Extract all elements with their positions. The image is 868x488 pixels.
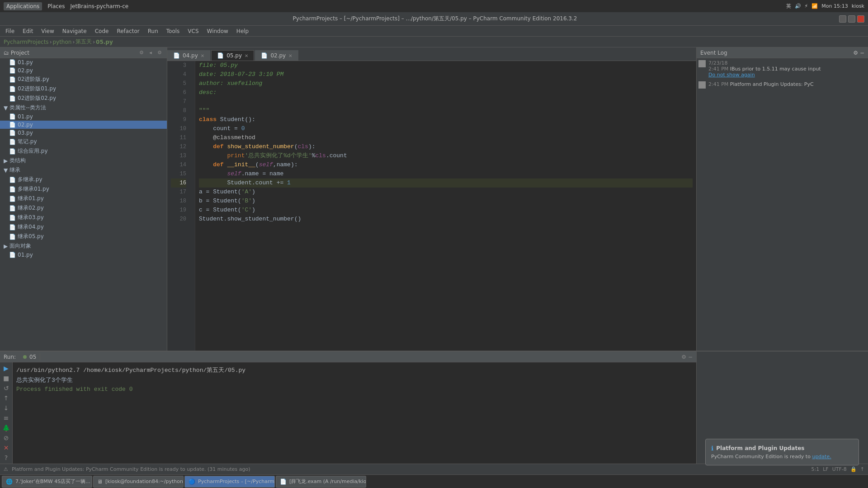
close-button[interactable] xyxy=(857,15,864,23)
tree-file-jicheng04[interactable]: 📄 继承04.py xyxy=(0,222,167,232)
menu-navigate[interactable]: Navigate xyxy=(59,27,90,35)
tab-close-02py[interactable]: ✕ xyxy=(288,53,292,58)
tree-folder-oop[interactable]: ▶ 面向对象 xyxy=(0,241,167,251)
tree-file-02jinjieban02[interactable]: 📄 02进阶版02.py xyxy=(0,94,167,103)
run-tree-icon[interactable]: 🌲 xyxy=(2,424,11,432)
tree-file-jicheng05[interactable]: 📄 继承05.py xyxy=(0,232,167,241)
tab-close-04py[interactable]: ✕ xyxy=(201,53,204,58)
run-help-icon[interactable]: ? xyxy=(2,454,11,462)
taskbar-item-browser[interactable]: 🌐 7.'Joker'在BMW 4S店买了一辆... xyxy=(2,476,92,488)
run-output-line1: 总共实例化了3个学生 xyxy=(16,376,693,384)
maximize-button[interactable] xyxy=(848,15,855,23)
applications-menu[interactable]: Applications xyxy=(4,2,42,10)
tree-file-cm-03py[interactable]: 📄 03.py xyxy=(0,129,167,137)
tab-05py[interactable]: 📄 05.py ✕ xyxy=(211,50,254,61)
title-bar: PycharmProjects – [~/PycharmProjects] – … xyxy=(0,12,868,26)
taskbar-item-terminal[interactable]: 🖥 [kiosk@foundation84:~/python... xyxy=(93,476,184,488)
taskbar-item-pycharm[interactable]: 🔵 PycharmProjects – [~/PycharmP... xyxy=(184,476,275,488)
tree-file-zonghe[interactable]: 📄 综合应用.py xyxy=(0,146,167,156)
run-toolbar: ▶ ■ ↺ ↑ ↓ ≡ 🌲 ⊘ ✕ ? xyxy=(0,362,13,464)
tree-file-02jinjieban[interactable]: 📄 02进阶版.py xyxy=(0,75,167,84)
tree-file-01py-1[interactable]: 📄 01.py xyxy=(0,58,167,66)
run-rerun-button[interactable]: ↺ xyxy=(2,384,11,392)
menu-code[interactable]: Code xyxy=(91,27,113,35)
run-tab-badge[interactable]: 05 xyxy=(19,353,40,361)
tree-file-02jinjieban01[interactable]: 📄 02进阶版01.py xyxy=(0,84,167,94)
menu-edit[interactable]: Edit xyxy=(19,27,37,35)
tab-02py[interactable]: 📄 02.py ✕ xyxy=(255,50,298,61)
tree-folder-inheritance[interactable]: ▼ 继承 xyxy=(0,165,167,175)
tree-folder-classmethods[interactable]: ▼ 类属性--类方法 xyxy=(0,103,167,113)
run-minimize-icon[interactable]: − xyxy=(688,354,693,360)
event-log-header: Event Log ⚙ − xyxy=(697,47,868,58)
run-panel: Run: 05 ⚙ − ▶ ■ ↺ ↑ ↓ xyxy=(0,352,696,464)
run-close-button[interactable]: ✕ xyxy=(2,444,11,452)
menu-vcs[interactable]: VCS xyxy=(184,27,202,35)
run-stop-button[interactable]: ■ xyxy=(2,374,11,382)
minimize-button[interactable] xyxy=(839,15,846,23)
tree-file-02py-1[interactable]: 📄 02.py xyxy=(0,66,167,75)
menu-tools[interactable]: Tools xyxy=(163,27,184,35)
tab-close-05py[interactable]: ✕ xyxy=(245,53,248,58)
tree-folder-classstruct[interactable]: ▶ 类结构 xyxy=(0,156,167,165)
code-line-16: Student.count += 1 xyxy=(199,178,693,188)
code-line-20: Student.show_student_number() xyxy=(199,215,693,224)
event-log-title: Event Log xyxy=(700,50,727,56)
volume-icon: 🔊 xyxy=(795,3,801,9)
collapse-icon[interactable]: ◂ xyxy=(147,49,154,56)
event-log-link-1[interactable]: Do not show again xyxy=(708,72,755,78)
taskbar-item-exam[interactable]: 📄 [薛飞龙.exam (A /run/media/kio... xyxy=(276,476,366,488)
menu-help[interactable]: Help xyxy=(233,27,252,35)
menu-window[interactable]: Window xyxy=(203,27,232,35)
status-lf[interactable]: LF xyxy=(823,466,828,472)
notification-update-link[interactable]: update. xyxy=(812,454,831,460)
menu-view[interactable]: View xyxy=(38,27,57,35)
tree-file-biji[interactable]: 📄 笔记.py xyxy=(0,137,167,146)
editor-area: 📄 04.py ✕ 📄 05.py ✕ 📄 02.py ✕ 3 xyxy=(167,47,696,351)
notification-info-icon: ℹ xyxy=(711,445,713,452)
tree-file-cm-01py[interactable]: 📄 01.py xyxy=(0,113,167,121)
run-next-icon[interactable]: ↓ xyxy=(2,404,11,412)
menu-refactor[interactable]: Refactor xyxy=(113,27,143,35)
code-line-14: def __init__(self,name): xyxy=(199,160,693,169)
bc-pycharmprojects[interactable]: PycharmProjects xyxy=(4,39,49,45)
places-menu[interactable]: Places xyxy=(47,3,65,9)
run-scroll-icon[interactable]: ≡ xyxy=(2,414,11,422)
event-log-content: 7/23/18 2:41 PM IBus prior to 1.5.11 may… xyxy=(697,58,868,351)
bc-current-file[interactable]: 05.py xyxy=(96,39,113,45)
settings-icon[interactable]: ⚙ xyxy=(156,49,163,56)
run-prev-icon[interactable]: ↑ xyxy=(2,394,11,402)
status-line-col[interactable]: 5:1 xyxy=(811,466,820,472)
tree-file-duojicheng[interactable]: 📄 多继承.py xyxy=(0,175,167,184)
run-command-line: /usr/bin/python2.7 /home/kiosk/PycharmPr… xyxy=(16,366,693,374)
run-settings-icon[interactable]: ⚙ xyxy=(681,354,686,360)
code-line-5: author: xuefeilong xyxy=(199,79,693,88)
status-warning-icon: ⚠ xyxy=(4,466,8,472)
project-tree: 📄 01.py 📄 02.py 📄 02进阶版.py 📄 02进阶版01.py … xyxy=(0,58,167,351)
notification-popup: ℹ Platform and Plugin Updates PyCharm Co… xyxy=(705,439,859,465)
code-line-4: date: 2018-07-23 3:10 PM xyxy=(199,70,693,79)
event-log-settings-icon[interactable]: ⚙ xyxy=(853,50,858,56)
editor-tabs: 📄 04.py ✕ 📄 05.py ✕ 📄 02.py ✕ xyxy=(167,47,696,61)
event-log-minimize-icon[interactable]: − xyxy=(860,50,864,56)
tree-file-jicheng02[interactable]: 📄 继承02.py xyxy=(0,203,167,213)
menu-file[interactable]: File xyxy=(2,27,18,35)
code-editor[interactable]: 3 4 5 6 7 8 9 10 11 12 13 14 15 16 17 18 xyxy=(167,61,696,351)
menu-run[interactable]: Run xyxy=(144,27,162,35)
tree-file-jicheng01[interactable]: 📄 继承01.py xyxy=(0,194,167,203)
sync-icon[interactable]: ⚙ xyxy=(138,49,145,56)
tree-file-jicheng03[interactable]: 📄 继承03.py xyxy=(0,213,167,222)
tree-file-oop-01py[interactable]: 📄 01.py xyxy=(0,251,167,259)
run-play-button[interactable]: ▶ xyxy=(2,364,11,372)
code-content[interactable]: file: 05.py date: 2018-07-23 3:10 PM aut… xyxy=(195,61,696,351)
status-encoding[interactable]: UTF-8 xyxy=(832,466,847,472)
run-output-line2: Process finished with exit code 0 xyxy=(16,386,693,393)
lang-indicator: 英 xyxy=(786,3,791,9)
tree-file-duojicheng01[interactable]: 📄 多继承01.py xyxy=(0,184,167,194)
bc-python[interactable]: python xyxy=(52,39,71,45)
bc-fifth-day[interactable]: 第五天 xyxy=(75,38,92,46)
tab-04py[interactable]: 📄 04.py ✕ xyxy=(167,50,210,61)
run-filter-icon[interactable]: ⊘ xyxy=(2,434,11,442)
code-line-15: self.name = name xyxy=(199,169,693,178)
tree-file-cm-02py[interactable]: 📄 02.py xyxy=(0,121,167,129)
